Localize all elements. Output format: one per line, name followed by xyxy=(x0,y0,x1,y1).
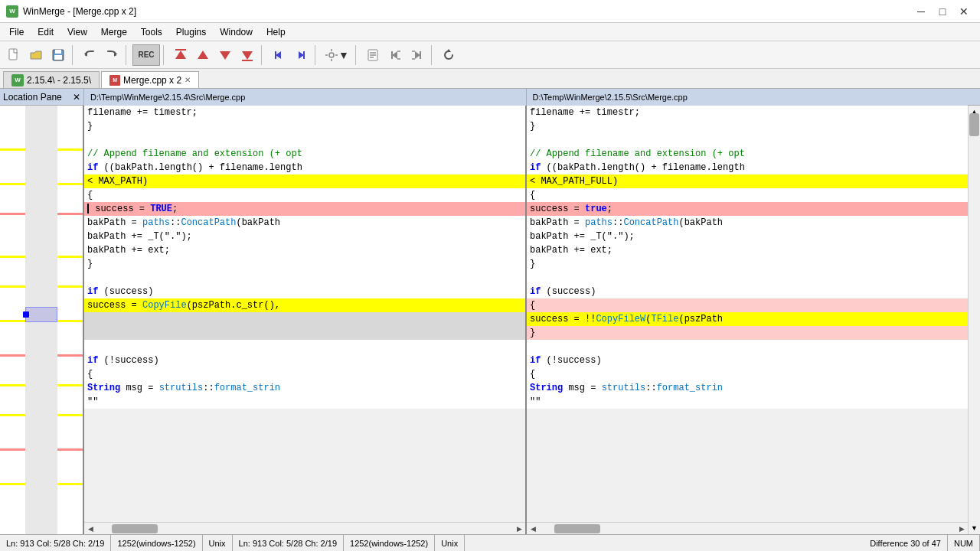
title-bar-left: W WinMerge - [Merge.cpp x 2] xyxy=(6,5,136,18)
copy-to-left-button[interactable] xyxy=(268,44,289,66)
header-row: Location Pane ✕ D:\Temp\WinMerge\2.15.4\… xyxy=(0,89,980,106)
code-line-6[interactable]: { xyxy=(84,188,525,202)
title-bar: W WinMerge - [Merge.cpp x 2] ─ □ ✕ xyxy=(0,0,980,23)
code-line-3[interactable]: // Append filename and extension (+ opt xyxy=(84,147,525,161)
code-line-11[interactable]: } xyxy=(84,257,525,271)
vertical-scrollbar[interactable]: ▲ ▼ xyxy=(968,106,980,534)
code-line-10[interactable]: bakPath += ext; xyxy=(527,243,968,257)
last-diff-button[interactable] xyxy=(237,44,258,66)
new-button[interactable] xyxy=(3,44,24,66)
code-line-8[interactable]: bakPath = paths::ConcatPath(bakPath xyxy=(84,216,525,230)
code-line-17[interactable] xyxy=(84,340,525,354)
copy-to-right-button[interactable] xyxy=(290,44,312,66)
v-scroll-down[interactable]: ▼ xyxy=(969,522,980,534)
save-right-button[interactable] xyxy=(407,44,428,66)
code-line-2[interactable] xyxy=(527,133,968,147)
code-line-10[interactable]: bakPath += ext; xyxy=(84,243,525,257)
code-line-21[interactable]: "" xyxy=(84,395,525,409)
code-line-4[interactable]: if ((bakPath.length() + filename.length xyxy=(527,161,968,174)
generate-report-button[interactable] xyxy=(362,44,384,66)
code-line-8[interactable]: bakPath = paths::ConcatPath(bakPath xyxy=(527,216,968,230)
maximize-button[interactable]: □ xyxy=(933,4,952,19)
code-line-13[interactable]: if (success) xyxy=(84,285,525,298)
code-line-9[interactable]: bakPath += _T("."); xyxy=(84,230,525,243)
recreate-button[interactable]: REC xyxy=(132,44,160,66)
minimize-button[interactable]: ─ xyxy=(911,4,931,19)
right-code-scroll[interactable]: filename += timestr; } // Append filenam… xyxy=(527,106,968,522)
code-line-17[interactable] xyxy=(527,340,968,354)
location-pane-close-icon[interactable]: ✕ xyxy=(73,92,80,103)
code-line-19[interactable]: { xyxy=(527,367,968,381)
code-text-9: bakPath += _T("."); xyxy=(87,231,192,242)
right-h-scroll-thumb[interactable] xyxy=(554,524,600,533)
menu-item-window[interactable]: Window xyxy=(214,25,259,39)
code-text-7: success = true; xyxy=(530,204,612,214)
right-code-panel[interactable]: filename += timestr; } // Append filenam… xyxy=(527,106,968,534)
code-line-2[interactable] xyxy=(84,133,525,147)
code-line-14[interactable]: { xyxy=(527,298,968,312)
tab-merge-cpp[interactable]: M Merge.cpp x 2 ✕ xyxy=(101,71,199,88)
code-line-5[interactable]: < MAX_PATH_FULL) xyxy=(527,174,968,188)
code-text-11: } xyxy=(530,259,535,269)
close-window-button[interactable]: ✕ xyxy=(954,4,974,19)
right-h-scroll-left[interactable]: ◀ xyxy=(527,523,539,535)
left-code-panel[interactable]: filename += timestr; } // Append filenam… xyxy=(84,106,527,534)
menu-item-plugins[interactable]: Plugins xyxy=(170,25,212,39)
refresh-button[interactable] xyxy=(438,44,459,66)
code-line-12[interactable] xyxy=(84,271,525,285)
save-button[interactable] xyxy=(47,44,69,66)
code-line-7[interactable]: success = TRUE; xyxy=(84,202,525,216)
save-left-button[interactable] xyxy=(384,44,406,66)
code-line-0[interactable]: filename += timestr; xyxy=(527,106,968,119)
redo-button[interactable] xyxy=(101,44,122,66)
menu-item-file[interactable]: File xyxy=(3,25,30,39)
left-eol-status: Unix xyxy=(203,535,233,551)
prev-diff-button[interactable] xyxy=(192,44,214,66)
left-h-scrollbar[interactable]: ◀ ▶ xyxy=(84,522,525,534)
code-line-1[interactable]: } xyxy=(527,119,968,133)
code-line-16[interactable]: } xyxy=(527,326,968,340)
code-line-12[interactable] xyxy=(527,271,968,285)
code-line-19[interactable]: { xyxy=(84,367,525,381)
code-line-6[interactable]: { xyxy=(527,188,968,202)
left-h-scroll-track[interactable] xyxy=(96,523,513,534)
v-scroll-thumb[interactable] xyxy=(969,113,979,136)
menu-item-merge[interactable]: Merge xyxy=(95,25,133,39)
left-code-scroll[interactable]: filename += timestr; } // Append filenam… xyxy=(84,106,525,522)
tab-folder-diff[interactable]: W 2.15.4\ - 2.15.5\ xyxy=(3,71,100,88)
code-line-15[interactable]: success = !!CopyFileW(TFile(pszPath xyxy=(527,312,968,326)
menu-item-edit[interactable]: Edit xyxy=(31,25,60,39)
left-h-scroll-left[interactable]: ◀ xyxy=(84,523,96,535)
menu-item-view[interactable]: View xyxy=(61,25,93,39)
left-h-scroll-thumb[interactable] xyxy=(112,524,158,533)
right-h-scroll-right[interactable]: ▶ xyxy=(956,523,968,535)
code-line-20[interactable]: String msg = strutils::format_strin xyxy=(527,381,968,395)
code-line-3[interactable]: // Append filename and extension (+ opt xyxy=(527,147,968,161)
code-line-16[interactable] xyxy=(84,326,525,340)
code-line-18[interactable]: if (!success) xyxy=(84,354,525,367)
code-line-13[interactable]: if (success) xyxy=(527,285,968,298)
left-h-scroll-right[interactable]: ▶ xyxy=(513,523,525,535)
code-line-5[interactable]: < MAX_PATH) xyxy=(84,174,525,188)
open-button[interactable] xyxy=(25,44,47,66)
code-line-14[interactable]: success = CopyFile(pszPath.c_str(), xyxy=(84,298,525,312)
options-button[interactable]: ▼ xyxy=(322,44,352,66)
code-line-7[interactable]: success = true; xyxy=(527,202,968,216)
right-h-scroll-track[interactable] xyxy=(539,523,956,534)
code-line-15[interactable] xyxy=(84,312,525,326)
code-line-20[interactable]: String msg = strutils::format_strin xyxy=(84,381,525,395)
undo-button[interactable] xyxy=(79,44,100,66)
code-line-4[interactable]: if ((bakPath.length() + filename.length xyxy=(84,161,525,174)
first-diff-button[interactable] xyxy=(170,44,191,66)
menu-item-tools[interactable]: Tools xyxy=(135,25,168,39)
tab-close-button[interactable]: ✕ xyxy=(185,76,191,84)
right-h-scrollbar[interactable]: ◀ ▶ xyxy=(527,522,968,534)
code-line-0[interactable]: filename += timestr; xyxy=(84,106,525,119)
code-line-1[interactable]: } xyxy=(84,119,525,133)
code-line-18[interactable]: if (!success) xyxy=(527,354,968,367)
menu-item-help[interactable]: Help xyxy=(260,25,292,39)
code-line-11[interactable]: } xyxy=(527,257,968,271)
next-diff-button[interactable] xyxy=(214,44,236,66)
code-line-21[interactable]: "" xyxy=(527,395,968,409)
code-line-9[interactable]: bakPath += _T("."); xyxy=(527,230,968,243)
